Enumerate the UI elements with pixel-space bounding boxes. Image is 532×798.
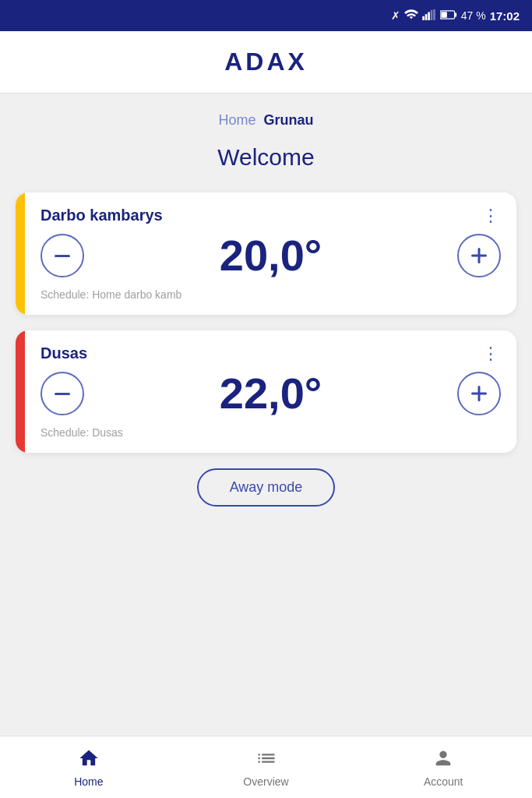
nav-item-home[interactable]: Home xyxy=(0,736,178,798)
device-name-darbo: Darbo kambarys xyxy=(41,207,163,224)
svg-rect-3 xyxy=(430,9,432,19)
app-logo: ADAX xyxy=(224,48,308,76)
device-card-dusas: Dusas ⋮ 22,0° Schedule: Dusas xyxy=(16,330,516,453)
welcome-title: Welcome xyxy=(16,144,516,171)
schedule-darbo: Schedule: Home darbo kamb xyxy=(41,288,501,301)
main-content: Home Grunau Welcome Darbo kambarys ⋮ 20,… xyxy=(0,94,532,736)
card-accent-yellow xyxy=(16,192,25,315)
bluetooth-icon: ✗ xyxy=(391,9,400,22)
svg-rect-4 xyxy=(433,9,435,20)
decrease-temp-darbo[interactable] xyxy=(41,234,84,277)
temp-darbo: 20,0° xyxy=(220,234,322,277)
card-controls-dusas: 22,0° xyxy=(41,372,501,415)
svg-rect-2 xyxy=(428,12,430,20)
card-controls-darbo: 20,0° xyxy=(41,234,501,277)
away-mode-container: Away mode xyxy=(16,468,516,507)
status-icons: ✗ 47 % 17:02 xyxy=(391,9,520,23)
svg-rect-8 xyxy=(55,255,70,257)
svg-rect-0 xyxy=(422,16,425,19)
clock: 17:02 xyxy=(490,9,520,23)
device-menu-dusas[interactable]: ⋮ xyxy=(482,345,501,362)
increase-temp-darbo[interactable] xyxy=(457,234,501,277)
card-body-dusas: Dusas ⋮ 22,0° Schedule: Dusas xyxy=(25,330,516,453)
svg-rect-7 xyxy=(441,12,447,18)
battery-percent: 47 % xyxy=(461,9,486,22)
nav-item-account[interactable]: Account xyxy=(354,736,532,798)
svg-rect-1 xyxy=(425,14,427,20)
decrease-temp-dusas[interactable] xyxy=(41,372,84,415)
svg-rect-6 xyxy=(454,12,456,16)
battery-icon xyxy=(440,9,457,22)
status-bar: ✗ 47 % 17:02 xyxy=(0,0,532,31)
away-mode-button[interactable]: Away mode xyxy=(197,468,336,507)
breadcrumb: Home Grunau xyxy=(16,94,516,136)
card-body-darbo: Darbo kambarys ⋮ 20,0° Schedule: Home da… xyxy=(25,192,516,315)
breadcrumb-home[interactable]: Home xyxy=(218,112,255,129)
app-header: ADAX xyxy=(0,31,532,94)
nav-label-home: Home xyxy=(74,775,103,788)
bottom-nav: Home Overview Account xyxy=(0,736,532,798)
card-header-darbo: Darbo kambarys ⋮ xyxy=(41,207,501,224)
overview-icon xyxy=(255,747,277,772)
signal-icon xyxy=(422,9,436,23)
nav-label-overview: Overview xyxy=(243,775,288,788)
svg-rect-11 xyxy=(55,393,70,395)
device-card-darbo: Darbo kambarys ⋮ 20,0° Schedule: Home da… xyxy=(16,192,516,315)
device-menu-darbo[interactable]: ⋮ xyxy=(482,207,501,224)
svg-rect-13 xyxy=(471,393,487,395)
device-name-dusas: Dusas xyxy=(41,344,87,362)
svg-rect-10 xyxy=(471,255,487,257)
account-icon xyxy=(432,747,454,772)
wifi-icon xyxy=(404,9,418,23)
breadcrumb-current[interactable]: Grunau xyxy=(264,112,314,129)
temp-dusas: 22,0° xyxy=(220,372,322,415)
nav-label-account: Account xyxy=(424,775,463,788)
increase-temp-dusas[interactable] xyxy=(457,372,501,415)
card-header-dusas: Dusas ⋮ xyxy=(41,344,501,362)
card-accent-red xyxy=(16,330,25,453)
nav-item-overview[interactable]: Overview xyxy=(178,736,355,798)
schedule-dusas: Schedule: Dusas xyxy=(41,426,501,439)
home-icon xyxy=(78,747,100,772)
